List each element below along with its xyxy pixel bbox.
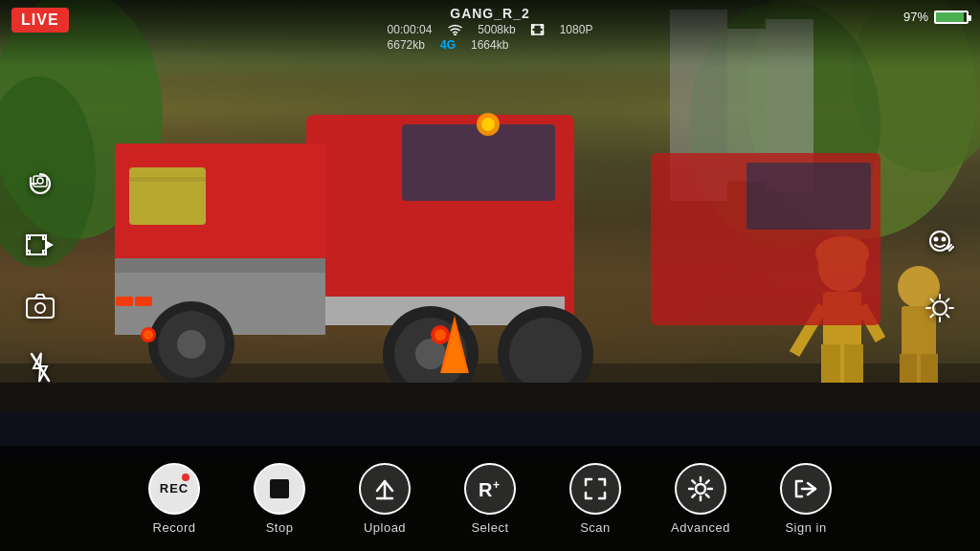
svg-point-52 <box>455 34 457 35</box>
svg-point-59 <box>37 178 43 184</box>
advanced-button[interactable]: Advanced <box>648 451 753 546</box>
svg-rect-66 <box>27 298 54 318</box>
svg-point-19 <box>177 330 206 359</box>
battery-fill <box>936 12 964 22</box>
stats-row-2: 6672kb 4G 1664kb <box>388 38 593 52</box>
upload-icon <box>359 463 411 515</box>
svg-rect-16 <box>115 258 325 273</box>
bottom-toolbar: REC Record Stop Upload R + Select <box>0 446 980 551</box>
rec-dot <box>182 474 189 481</box>
sign-in-icon <box>780 463 832 515</box>
left-icons-panel <box>19 163 61 388</box>
stop-square <box>270 479 289 498</box>
record-button[interactable]: REC Record <box>122 451 227 546</box>
svg-rect-57 <box>542 32 544 34</box>
svg-rect-55 <box>532 32 534 34</box>
battery-bar <box>934 11 969 24</box>
svg-point-45 <box>144 330 153 340</box>
rotate-camera-button[interactable] <box>19 163 61 205</box>
svg-rect-43 <box>135 297 152 306</box>
svg-point-71 <box>935 238 938 241</box>
svg-point-49 <box>481 118 495 131</box>
svg-rect-41 <box>746 163 871 230</box>
svg-rect-62 <box>27 251 30 254</box>
record-icon: REC <box>148 463 200 515</box>
device-name: GANG_R_2 <box>388 6 593 21</box>
top-center-stats: GANG_R_2 00:00:04 5008kb 1080P 6672kb 4G <box>388 6 593 52</box>
stats-row-1: 00:00:04 5008kb 1080P <box>388 23 593 36</box>
right-icons-panel <box>919 222 961 329</box>
svg-rect-12 <box>402 124 555 201</box>
svg-text:+: + <box>493 478 500 492</box>
upload-button[interactable]: Upload <box>332 451 437 546</box>
network-label: 4G <box>440 38 456 52</box>
record-label: Record <box>153 520 196 535</box>
scan-icon <box>569 463 621 515</box>
timer-value: 00:00:04 <box>388 23 433 36</box>
advanced-label: Advanced <box>671 520 730 535</box>
live-badge: LIVE <box>11 8 69 33</box>
battery-pct-label: 97% <box>903 10 928 24</box>
stop-label: Stop <box>266 520 294 535</box>
svg-rect-25 <box>129 167 206 225</box>
svg-rect-26 <box>129 177 206 182</box>
svg-line-79 <box>947 315 949 318</box>
advanced-icon <box>675 463 726 515</box>
svg-rect-61 <box>27 235 30 239</box>
select-button[interactable]: R + Select <box>437 451 543 546</box>
svg-point-72 <box>943 238 946 241</box>
svg-line-81 <box>931 315 934 318</box>
resolution: 1080P <box>560 23 593 36</box>
svg-rect-64 <box>43 251 46 254</box>
svg-point-47 <box>434 329 446 341</box>
svg-rect-63 <box>43 235 46 239</box>
svg-rect-54 <box>532 25 534 28</box>
data-used: 6672kb <box>388 38 425 52</box>
svg-rect-56 <box>542 25 544 28</box>
svg-point-67 <box>35 303 45 313</box>
svg-point-24 <box>509 318 582 390</box>
brightness-button[interactable] <box>919 287 961 329</box>
svg-point-73 <box>933 301 947 315</box>
svg-text:R: R <box>479 479 493 500</box>
svg-line-78 <box>931 299 934 302</box>
select-label: Select <box>471 520 508 535</box>
wifi-speed: 5008kb <box>478 23 515 36</box>
upload-speed: 1664kb <box>471 38 508 52</box>
photo-mode-button[interactable] <box>19 285 61 327</box>
stop-icon <box>254 463 305 515</box>
film-mode-button[interactable] <box>19 224 61 266</box>
svg-line-80 <box>947 299 949 302</box>
svg-rect-42 <box>116 297 133 306</box>
upload-label: Upload <box>364 520 406 535</box>
flash-button[interactable] <box>19 346 61 388</box>
film-icon-sm <box>531 24 545 35</box>
battery-area: 97% <box>903 10 969 24</box>
wifi-icon <box>447 24 462 35</box>
svg-marker-65 <box>47 241 54 249</box>
svg-point-86 <box>696 484 705 494</box>
stop-button[interactable]: Stop <box>227 451 332 546</box>
scan-button[interactable]: Scan <box>543 451 648 546</box>
sign-in-label: Sign in <box>785 520 826 535</box>
sign-in-button[interactable]: Sign in <box>753 451 858 546</box>
scan-label: Scan <box>580 520 611 535</box>
face-detection-button[interactable] <box>919 222 961 264</box>
select-icon: R + <box>464 463 516 515</box>
